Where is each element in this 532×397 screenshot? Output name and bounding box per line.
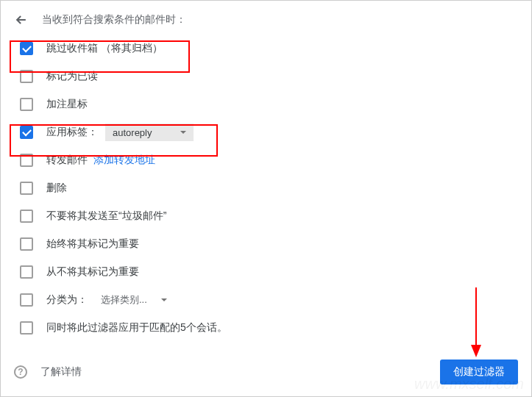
label-never_important: 从不将其标记为重要 [46,265,139,279]
dropdown-value-apply_label: autoreply [113,127,152,138]
dropdown-value-categorize: 选择类别... [101,293,147,307]
header-title: 当收到符合搜索条件的邮件时： [42,13,186,26]
help-icon[interactable]: ? [14,365,27,379]
label-skip_inbox: 跳过收件箱 （将其归档） [46,42,163,55]
checkbox-delete[interactable] [20,182,33,195]
back-arrow-icon[interactable] [14,12,29,27]
checkbox-apply_label[interactable] [20,126,33,139]
label-mark_read: 标记为已读 [46,70,98,83]
checkbox-always_important[interactable] [20,237,33,251]
label-apply_label: 应用标签： [46,126,98,139]
checkbox-forward[interactable] [20,154,33,167]
option-row-mark_read: 标记为已读 [14,62,518,90]
dropdown-apply_label[interactable]: autoreply [105,124,194,141]
label-categorize: 分类为： [46,293,88,307]
checkbox-star[interactable] [20,98,33,111]
option-row-delete: 删除 [14,174,518,202]
label-delete: 删除 [46,182,67,195]
option-row-never_spam: 不要将其发送至“垃圾邮件” [14,202,518,230]
option-row-categorize: 分类为：选择类别... [14,286,518,314]
option-row-apply_label: 应用标签：autoreply [14,118,518,146]
option-row-always_important: 始终将其标记为重要 [14,230,518,258]
label-never_spam: 不要将其发送至“垃圾邮件” [46,210,166,223]
checkbox-categorize[interactable] [20,293,33,307]
option-row-star: 加注星标 [14,90,518,118]
link-forward[interactable]: 添加转发地址 [93,154,155,167]
chevron-down-icon [180,131,186,134]
label-always_important: 始终将其标记为重要 [46,237,139,251]
checkbox-skip_inbox[interactable] [20,42,33,55]
option-row-forward: 转发邮件添加转发地址 [14,146,518,174]
learn-more-link[interactable]: 了解详情 [40,365,82,379]
checkbox-mark_read[interactable] [20,70,33,83]
checkbox-apply_to_matching[interactable] [20,321,33,335]
checkbox-never_important[interactable] [20,265,33,279]
label-forward: 转发邮件 [46,154,88,167]
dropdown-categorize[interactable]: 选择类别... [93,290,174,310]
checkbox-never_spam[interactable] [20,210,33,223]
option-row-never_important: 从不将其标记为重要 [14,258,518,286]
option-row-skip_inbox: 跳过收件箱 （将其归档） [14,35,518,62]
chevron-down-icon [161,298,167,301]
label-star: 加注星标 [46,98,88,111]
option-row-apply_to_matching: 同时将此过滤器应用于匹配的5个会话。 [14,314,518,342]
create-filter-button[interactable]: 创建过滤器 [440,360,518,385]
label-apply_to_matching: 同时将此过滤器应用于匹配的5个会话。 [46,321,227,335]
